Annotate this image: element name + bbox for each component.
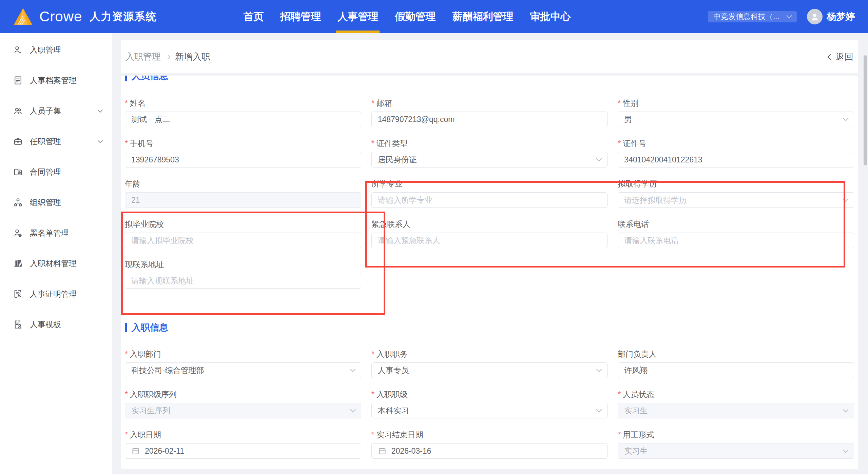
main-nav: 首页 招聘管理 人事管理 假勤管理 薪酬福利管理 审批中心 <box>243 0 571 33</box>
sidebar-item-organization[interactable]: 组织管理 <box>0 187 112 218</box>
employment-type-select: 实习生 <box>618 443 854 459</box>
rank-select[interactable]: 本科实习 <box>371 403 608 418</box>
required-marker: * <box>125 99 128 107</box>
nav-compensation[interactable]: 薪酬福利管理 <box>452 0 513 33</box>
section-title-text: 入职信息 <box>132 321 168 334</box>
section-title-personnel-info: 人员信息 <box>125 76 854 82</box>
user-icon <box>810 12 820 22</box>
field-label-internship-end-date: *实习结束日期 <box>371 430 608 439</box>
expected-degree-select[interactable]: 请选择拟取得学历 <box>618 192 854 208</box>
document-icon <box>13 75 23 85</box>
required-marker: * <box>618 99 621 107</box>
scrollbar-thumb[interactable] <box>864 55 867 165</box>
chevron-down-icon <box>350 367 355 372</box>
entry-date-picker[interactable]: 2026-02-11 <box>125 443 361 459</box>
rank-series-select: 实习生序列 <box>125 403 361 418</box>
field-label-contact-phone: 联系电话 <box>618 220 854 229</box>
department-select[interactable]: 科技公司-综合管理部 <box>125 362 361 378</box>
sidebar-item-contracts[interactable]: 合同管理 <box>0 157 112 187</box>
chevron-down-icon <box>596 367 602 372</box>
brand-name: Crowe <box>39 8 82 25</box>
field-label-current-address: 现联系地址 <box>125 260 361 269</box>
sidebar-item-label: 任职管理 <box>30 136 61 147</box>
breadcrumb-current: 新增入职 <box>175 51 210 63</box>
sidebar-item-personnel-files[interactable]: 人事档案管理 <box>0 65 112 96</box>
phone-input[interactable]: 13926789503 <box>125 152 361 167</box>
field-label-id-number: *证件号 <box>618 139 854 148</box>
nav-approval-center[interactable]: 审批中心 <box>530 0 571 33</box>
major-input[interactable]: 请输入所学专业 <box>371 192 608 208</box>
dept-head-input[interactable]: 许风翔 <box>618 362 854 378</box>
chevron-left-icon <box>828 54 833 60</box>
section-bar <box>125 76 127 81</box>
sidebar-item-label: 组织管理 <box>30 197 61 208</box>
field-label-entry-date: *入职日期 <box>125 430 361 439</box>
company-select[interactable]: 中竞发信息科技（... <box>708 11 797 22</box>
emergency-contact-input[interactable]: 请输入紧急联系人 <box>371 233 608 248</box>
required-marker: * <box>618 390 621 399</box>
required-marker: * <box>125 350 128 358</box>
new-onboarding-form: 人员信息 *姓名 测试一点二 *邮箱 1487907213@qq.com *性别… <box>121 76 858 469</box>
position-select[interactable]: 人事专员 <box>371 362 608 378</box>
nav-home[interactable]: 首页 <box>243 0 264 33</box>
chevron-down-icon <box>843 447 849 453</box>
nav-attendance[interactable]: 假勤管理 <box>395 0 436 33</box>
sidebar-item-label: 合同管理 <box>30 167 61 177</box>
books-icon <box>13 258 23 269</box>
internship-end-date-picker[interactable]: 2026-03-16 <box>371 443 608 459</box>
field-label-rank-series: *入职职级序列 <box>125 390 361 399</box>
required-marker: * <box>125 390 128 399</box>
email-input[interactable]: 1487907213@qq.com <box>371 112 608 127</box>
field-label-email: *邮箱 <box>371 99 608 107</box>
required-marker: * <box>371 99 374 107</box>
sidebar-item-personnel-templates[interactable]: 人事模板 <box>0 309 112 340</box>
section-title-text: 人员信息 <box>132 76 168 82</box>
gender-select[interactable]: 男 <box>618 112 854 127</box>
required-marker: * <box>125 139 128 148</box>
field-label-id-type: *证件类型 <box>371 139 608 148</box>
hr-system-screen: Crowe 人力资源系统 首页 招聘管理 人事管理 假勤管理 薪酬福利管理 审批… <box>0 0 868 474</box>
breadcrumb: 入职管理 新增入职 返回 <box>121 40 858 73</box>
user-name[interactable]: 杨梦婷 <box>827 10 855 23</box>
back-button[interactable]: 返回 <box>828 51 853 63</box>
graduate-school-input[interactable]: 请输入拟毕业院校 <box>125 233 361 248</box>
top-nav-bar: Crowe 人力资源系统 首页 招聘管理 人事管理 假勤管理 薪酬福利管理 审批… <box>0 0 868 33</box>
field-label-position: *入职职务 <box>371 350 608 358</box>
current-address-input[interactable]: 请输入现联系地址 <box>125 273 361 289</box>
sidebar-item-onboarding[interactable]: 入职管理 <box>0 35 112 65</box>
id-number-input[interactable]: 340104200410122613 <box>618 152 854 167</box>
nav-recruitment[interactable]: 招聘管理 <box>280 0 321 33</box>
required-marker: * <box>125 430 128 439</box>
org-chart-icon <box>13 197 23 208</box>
sidebar-item-label: 黑名单管理 <box>30 228 69 238</box>
name-input[interactable]: 测试一点二 <box>125 112 361 127</box>
user-add-icon <box>13 45 23 55</box>
id-type-select[interactable]: 居民身份证 <box>371 152 608 167</box>
brand: Crowe 人力资源系统 <box>13 7 157 26</box>
chevron-down-icon <box>98 107 103 113</box>
field-label-emergency-contact: 紧急联系人 <box>371 220 608 229</box>
field-label-staff-status: *人员状态 <box>618 390 854 399</box>
breadcrumb-root[interactable]: 入职管理 <box>126 51 161 63</box>
sidebar-item-personnel-certificates[interactable]: 人事证明管理 <box>0 279 112 309</box>
content-area: 入职管理 新增入职 返回 人员信息 *姓名 测试一点 <box>112 33 868 474</box>
required-marker: * <box>618 139 621 148</box>
required-marker: * <box>618 430 621 439</box>
contact-phone-input[interactable]: 请输入联系电话 <box>618 233 854 248</box>
sidebar-item-employment[interactable]: 任职管理 <box>0 126 112 157</box>
sidebar-item-personnel-subset[interactable]: 人员子集 <box>0 96 112 126</box>
sidebar-item-label: 人事档案管理 <box>30 75 77 86</box>
nav-personnel[interactable]: 人事管理 <box>337 0 378 33</box>
field-label-gender: *性别 <box>618 99 854 107</box>
required-marker: * <box>371 350 374 358</box>
field-label-major: 所学专业 <box>371 179 608 188</box>
sidebar-item-blacklist[interactable]: 黑名单管理 <box>0 218 112 248</box>
sidebar-item-label: 入职管理 <box>30 45 61 55</box>
sidebar-item-label: 人事证明管理 <box>30 289 77 299</box>
back-button-label: 返回 <box>836 51 853 63</box>
certificate-icon <box>13 289 23 299</box>
avatar[interactable] <box>807 9 823 24</box>
sidebar-item-onboarding-materials[interactable]: 入职材料管理 <box>0 248 112 279</box>
chevron-down-icon <box>596 407 602 413</box>
folder-contract-icon <box>13 167 23 177</box>
